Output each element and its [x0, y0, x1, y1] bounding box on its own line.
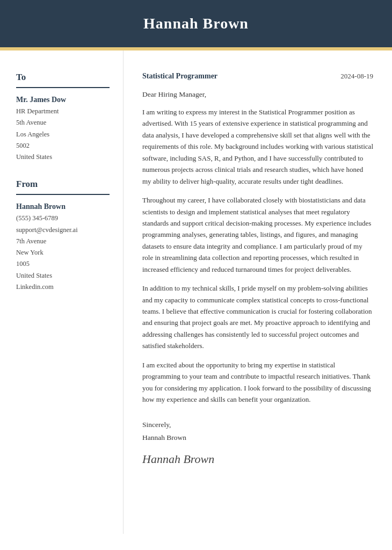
- paragraph-1: I am writing to express my interest in t…: [142, 106, 373, 187]
- to-divider: [16, 87, 110, 88]
- from-divider: [16, 194, 110, 195]
- job-title-row: Statistical Programmer 2024-08-19: [142, 72, 373, 81]
- from-name: Hannah Brown: [16, 202, 110, 211]
- content: To Mr. James Dow HR Department 5th Avenu…: [0, 50, 392, 534]
- to-label: To: [16, 72, 110, 83]
- from-line4: United States: [16, 270, 110, 281]
- from-info: (555) 345-6789 support@cvdesigner.ai 7th…: [16, 213, 110, 293]
- to-line3: Los Angeles: [16, 129, 110, 140]
- greeting: Dear Hiring Manager,: [142, 90, 373, 99]
- to-line5: United States: [16, 151, 110, 163]
- to-section: To Mr. James Dow HR Department 5th Avenu…: [16, 72, 110, 163]
- paragraph-3: In addition to my technical skills, I pr…: [142, 283, 373, 352]
- page: Hannah Brown To Mr. James Dow HR Departm…: [0, 0, 392, 550]
- closing: Sincerely, Hannah Brown Hannah Brown: [142, 418, 373, 470]
- header-name: Hannah Brown: [21, 15, 371, 32]
- from-line3: 1005: [16, 258, 110, 270]
- to-line2: 5th Avenue: [16, 117, 110, 128]
- paragraph-4: I am excited about the opportunity to br…: [142, 359, 373, 406]
- date: 2024-08-19: [340, 72, 373, 81]
- from-section: From Hannah Brown (555) 345-6789 support…: [16, 179, 110, 293]
- from-phone: (555) 345-6789: [16, 213, 110, 224]
- closing-line2: Hannah Brown: [142, 431, 373, 444]
- header: Hannah Brown: [0, 0, 392, 47]
- from-line5: Linkedin.com: [16, 281, 110, 293]
- signature: Hannah Brown: [142, 448, 373, 470]
- to-line4: 5002: [16, 140, 110, 151]
- right-column: Statistical Programmer 2024-08-19 Dear H…: [124, 50, 392, 534]
- from-email: support@cvdesigner.ai: [16, 225, 110, 236]
- to-info: HR Department 5th Avenue Los Angeles 500…: [16, 106, 110, 163]
- to-name: Mr. James Dow: [16, 96, 110, 104]
- paragraphs: I am writing to express my interest in t…: [142, 106, 373, 406]
- from-line2: New York: [16, 247, 110, 258]
- from-line1: 7th Avenue: [16, 236, 110, 247]
- to-line1: HR Department: [16, 106, 110, 117]
- left-column: To Mr. James Dow HR Department 5th Avenu…: [0, 50, 124, 534]
- closing-line1: Sincerely,: [142, 418, 373, 431]
- job-title: Statistical Programmer: [142, 72, 217, 81]
- from-label: From: [16, 179, 110, 190]
- paragraph-2: Throughout my career, I have collaborate…: [142, 194, 373, 275]
